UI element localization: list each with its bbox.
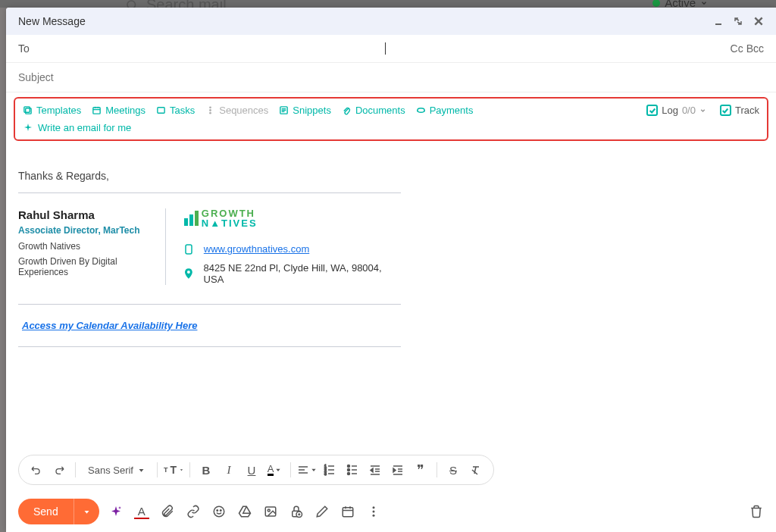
compose-window: New Message To Cc Bcc <box>6 8 776 532</box>
svg-rect-60 <box>343 508 353 517</box>
send-button[interactable]: Send <box>18 499 99 524</box>
bcc-button[interactable]: Bcc <box>746 42 764 55</box>
send-more-button[interactable] <box>74 499 99 524</box>
payments-button[interactable]: Payments <box>416 105 474 116</box>
svg-point-19 <box>417 108 424 113</box>
discard-button[interactable] <box>749 504 764 519</box>
text-color-button[interactable]: A <box>264 460 284 480</box>
sequences-icon <box>205 105 215 115</box>
meetings-button[interactable]: Meetings <box>92 105 146 116</box>
italic-button[interactable]: I <box>219 460 239 480</box>
svg-marker-24 <box>180 469 183 471</box>
divider <box>18 304 401 305</box>
clear-format-button[interactable] <box>466 460 486 480</box>
calendar-link[interactable]: Access my Calendar Availability Here <box>22 320 764 331</box>
svg-point-55 <box>220 510 221 512</box>
templates-button[interactable]: Templates <box>23 105 81 116</box>
log-toggle[interactable]: Log 0/0 <box>646 105 706 116</box>
ai-sparkle-button[interactable] <box>108 504 124 519</box>
send-label: Send <box>18 499 74 524</box>
checkbox-icon <box>720 105 731 116</box>
indent-more-button[interactable] <box>388 460 408 480</box>
signature-address-row: 8425 NE 22nd Pl, Clyde Hill, WA, 98004, … <box>184 262 401 285</box>
minimize-icon <box>714 17 723 26</box>
svg-point-36 <box>347 465 349 468</box>
quote-button[interactable]: ❞ <box>411 460 430 480</box>
insert-link-button[interactable] <box>186 504 201 519</box>
log-count: 0/0 <box>682 105 696 116</box>
calendar-icon <box>92 105 102 115</box>
svg-marker-25 <box>277 469 280 471</box>
align-icon <box>297 464 309 476</box>
bold-button[interactable]: B <box>196 460 216 480</box>
calendar-icon <box>341 505 355 518</box>
meetings-label: Meetings <box>105 105 146 116</box>
insert-signature-button[interactable] <box>314 504 330 519</box>
fullscreen-button[interactable] <box>734 17 743 26</box>
subject-input[interactable] <box>18 71 764 83</box>
bullet-list-button[interactable] <box>343 460 362 480</box>
payments-icon <box>416 105 426 115</box>
text-style-button[interactable]: A <box>134 504 149 519</box>
font-selector[interactable]: Sans Serif <box>82 462 151 479</box>
confidential-button[interactable] <box>289 504 304 519</box>
signature-company: Growth Natives <box>18 241 152 252</box>
minimize-button[interactable] <box>714 17 723 26</box>
svg-point-38 <box>347 473 349 475</box>
insert-emoji-button[interactable] <box>211 504 227 519</box>
logo-bars-icon <box>184 211 199 226</box>
cc-button[interactable]: Cc <box>731 42 743 55</box>
indent-less-icon <box>369 464 381 476</box>
undo-icon <box>30 464 42 476</box>
tasks-button[interactable]: Tasks <box>156 105 195 116</box>
insert-drive-button[interactable] <box>237 504 252 519</box>
svg-point-57 <box>268 509 270 512</box>
undo-button[interactable] <box>27 460 46 480</box>
documents-button[interactable]: Documents <box>342 105 405 116</box>
image-icon <box>264 505 277 518</box>
to-row: To Cc Bcc <box>6 35 776 63</box>
svg-point-13 <box>209 109 211 111</box>
schedule-send-button[interactable] <box>340 504 355 519</box>
link-icon <box>186 505 200 518</box>
sparkle-icon <box>23 123 33 133</box>
signature-right: GROWTH N▲TIVES www.growthnatives.com 842… <box>181 208 401 285</box>
more-icon <box>367 505 380 518</box>
ai-write-label: Write an email for me <box>38 122 131 133</box>
chevron-down-icon <box>275 467 281 473</box>
to-input[interactable] <box>39 42 383 55</box>
format-toolbar: Sans Serif TT B I U A 123 <box>18 455 494 485</box>
closing-text: Thanks & Regards, <box>18 170 764 182</box>
bullet-list-icon <box>346 464 358 476</box>
snippets-label: Snippets <box>293 105 331 116</box>
signature-title: Associate Director, MarTech <box>18 225 152 236</box>
underline-button[interactable]: U <box>242 460 261 480</box>
svg-rect-5 <box>24 107 30 112</box>
align-button[interactable] <box>297 460 317 480</box>
close-button[interactable] <box>753 16 764 27</box>
email-body[interactable]: Thanks & Regards, Rahul Sharma Associate… <box>6 146 776 455</box>
redo-icon <box>53 464 65 476</box>
signature-block: Rahul Sharma Associate Director, MarTech… <box>18 208 401 285</box>
more-options-button[interactable] <box>366 504 381 519</box>
divider <box>18 192 401 193</box>
website-link[interactable]: www.growthnatives.com <box>204 243 309 255</box>
hubspot-toolbar: Templates Meetings Tasks Sequences Snipp… <box>14 97 768 141</box>
signature-website-row: www.growthnatives.com <box>184 243 401 255</box>
ai-write-button[interactable]: Write an email for me <box>23 122 759 133</box>
attach-file-button[interactable] <box>160 504 175 519</box>
track-toggle[interactable]: Track <box>720 105 759 116</box>
snippets-button[interactable]: Snippets <box>279 105 331 116</box>
ordered-list-button[interactable]: 123 <box>320 460 340 480</box>
signature-address: 8425 NE 22nd Pl, Clyde Hill, WA, 98004, … <box>204 262 401 285</box>
chevron-down-icon <box>83 509 90 515</box>
documents-label: Documents <box>355 105 405 116</box>
ordered-list-icon: 123 <box>324 464 336 476</box>
insert-image-button[interactable] <box>263 504 278 519</box>
strikethrough-button[interactable]: S <box>443 460 463 480</box>
redo-button[interactable] <box>49 460 69 480</box>
font-size-button[interactable]: TT <box>164 460 183 480</box>
expand-icon <box>734 17 743 26</box>
svg-point-53 <box>214 506 224 517</box>
indent-less-button[interactable] <box>365 460 385 480</box>
